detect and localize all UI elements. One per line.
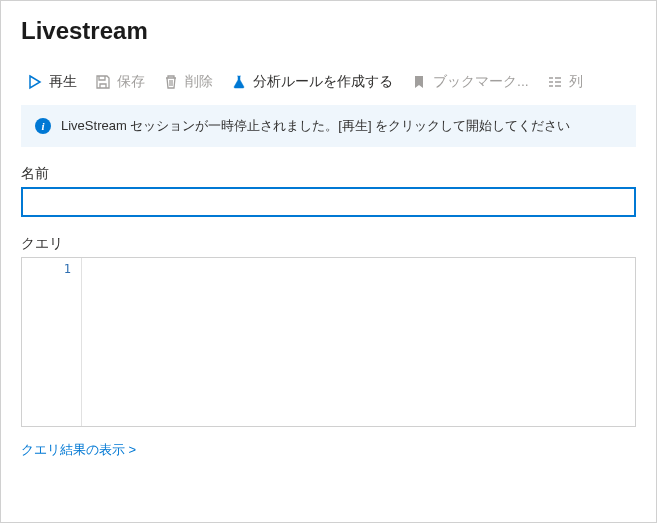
bookmark-icon: [411, 74, 427, 90]
columns-button[interactable]: 列: [547, 73, 583, 91]
trash-icon: [163, 74, 179, 90]
save-label: 保存: [117, 73, 145, 91]
query-editor[interactable]: 1: [21, 257, 636, 427]
create-rule-label: 分析ルールを作成する: [253, 73, 393, 91]
delete-label: 削除: [185, 73, 213, 91]
bookmark-button[interactable]: ブックマーク...: [411, 73, 529, 91]
info-icon: i: [35, 118, 51, 134]
flask-icon: [231, 74, 247, 90]
line-gutter: 1: [22, 258, 82, 426]
info-message: LiveStream セッションが一時停止されました。[再生] をクリックして開…: [61, 117, 570, 135]
delete-button[interactable]: 削除: [163, 73, 213, 91]
save-button[interactable]: 保存: [95, 73, 145, 91]
code-area[interactable]: [82, 258, 635, 426]
show-results-link[interactable]: クエリ結果の表示 >: [21, 441, 136, 459]
save-icon: [95, 74, 111, 90]
svg-marker-0: [30, 76, 40, 88]
toolbar: 再生 保存 削除 分析ルールを作成する ブックマーク... 列: [21, 69, 636, 105]
create-rule-button[interactable]: 分析ルールを作成する: [231, 73, 393, 91]
name-label: 名前: [21, 165, 636, 183]
columns-label: 列: [569, 73, 583, 91]
name-input[interactable]: [21, 187, 636, 217]
line-number: 1: [22, 262, 71, 276]
play-icon: [27, 74, 43, 90]
columns-icon: [547, 74, 563, 90]
play-button[interactable]: 再生: [27, 73, 77, 91]
play-label: 再生: [49, 73, 77, 91]
query-label: クエリ: [21, 235, 636, 253]
info-bar: i LiveStream セッションが一時停止されました。[再生] をクリックし…: [21, 105, 636, 147]
page-title: Livestream: [21, 17, 636, 45]
bookmark-label: ブックマーク...: [433, 73, 529, 91]
